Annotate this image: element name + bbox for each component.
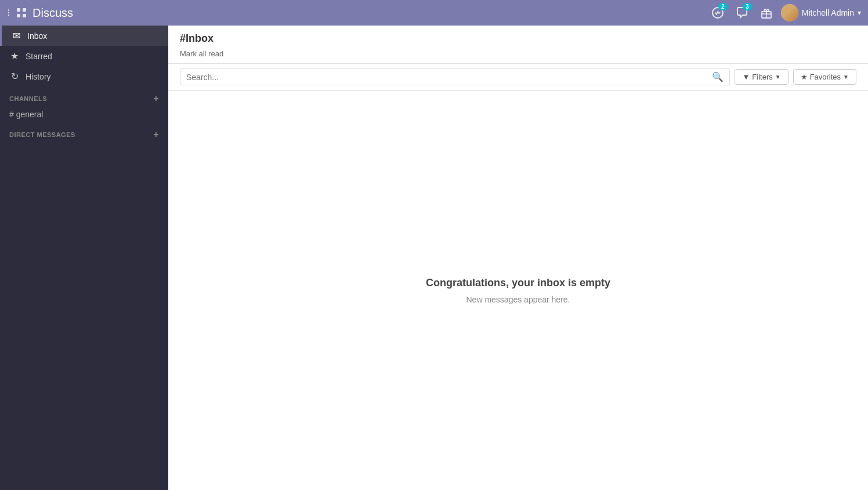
svg-rect-0 [17, 8, 20, 12]
main-layout: ✉ Inbox ★ Starred ↻ History CHANNELS + #… [0, 26, 868, 490]
channels-label: CHANNELS [9, 95, 47, 102]
grid-menu-icon[interactable] [16, 8, 27, 18]
favorites-caret-icon: ▼ [843, 74, 849, 80]
sidebar-item-inbox-label: Inbox [27, 31, 47, 41]
gift-icon-btn[interactable] [757, 3, 776, 23]
sidebar-item-starred-label: Starred [26, 52, 52, 61]
chat-badge: 3 [743, 3, 752, 10]
mark-all-read-button[interactable]: Mark all read [180, 49, 223, 58]
star-favorites-icon: ★ [801, 73, 808, 81]
content-area: #Inbox Mark all read 🔍 ▼ Filters ▼ ★ Fav… [168, 26, 868, 490]
favorites-label: Favorites [810, 73, 841, 81]
favorites-button[interactable]: ★ Favorites ▼ [793, 69, 856, 85]
user-menu[interactable]: Mitchell Admin ▾ [781, 4, 861, 21]
svg-rect-1 [23, 8, 26, 12]
search-filter-bar: 🔍 ▼ Filters ▼ ★ Favorites ▼ [168, 64, 868, 91]
empty-state-title: Congratulations, your inbox is empty [426, 277, 610, 289]
svg-rect-3 [23, 14, 26, 17]
sidebar-item-inbox[interactable]: ✉ Inbox [0, 26, 168, 46]
filters-button[interactable]: ▼ Filters ▼ [735, 69, 788, 85]
add-dm-icon[interactable]: + [153, 129, 159, 140]
chat-icon-btn[interactable]: 3 [732, 3, 752, 23]
star-icon: ★ [9, 51, 20, 62]
add-channel-icon[interactable]: + [153, 93, 159, 104]
filters-label: Filters [752, 73, 772, 81]
grid-icon[interactable]: ⁝ [7, 6, 10, 19]
app-title: Discuss [32, 6, 708, 20]
empty-state: Congratulations, your inbox is empty New… [168, 91, 868, 490]
filters-caret-icon: ▼ [775, 74, 781, 80]
svg-rect-2 [17, 14, 20, 17]
sidebar-item-starred[interactable]: ★ Starred [0, 46, 168, 66]
chevron-down-icon: ▾ [858, 9, 861, 17]
history-icon: ↻ [9, 71, 20, 82]
direct-messages-label: DIRECT MESSAGES [9, 131, 75, 138]
channel-general-label: # general [9, 110, 43, 119]
search-input[interactable] [186, 73, 710, 82]
inbox-icon: ✉ [11, 30, 21, 41]
sidebar-item-history-label: History [26, 72, 51, 81]
topbar-right: 2 3 Mitchell Admin ▾ [708, 3, 861, 23]
channels-section-header: CHANNELS + [0, 87, 168, 106]
search-icon[interactable]: 🔍 [712, 71, 724, 82]
sidebar: ✉ Inbox ★ Starred ↻ History CHANNELS + #… [0, 26, 168, 490]
search-input-wrap: 🔍 [180, 69, 730, 85]
sidebar-item-history[interactable]: ↻ History [0, 66, 168, 87]
activity-icon-btn[interactable]: 2 [708, 3, 728, 23]
activity-badge: 2 [718, 3, 728, 10]
direct-messages-section-header: DIRECT MESSAGES + [0, 123, 168, 142]
content-header: #Inbox Mark all read [168, 26, 868, 64]
sidebar-channel-general[interactable]: # general [0, 106, 168, 123]
user-name: Mitchell Admin [802, 8, 854, 17]
inbox-title: #Inbox [180, 33, 856, 45]
topbar: ⁝ Discuss 2 3 [0, 0, 868, 26]
filter-funnel-icon: ▼ [742, 73, 750, 81]
empty-state-subtitle: New messages appear here. [466, 295, 570, 304]
avatar [781, 4, 798, 21]
